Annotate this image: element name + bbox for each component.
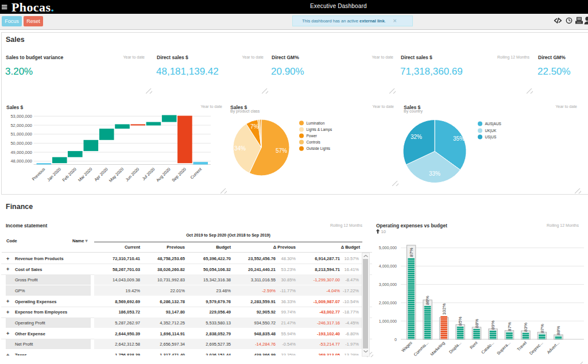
svg-text:Catalo...: Catalo... [480, 340, 495, 355]
svg-text:4,000,000: 4,000,000 [379, 264, 397, 268]
svg-text:Deprec...: Deprec... [528, 340, 544, 356]
svg-text:5,000,000: 5,000,000 [379, 246, 397, 250]
svg-text:Jul 2020: Jul 2020 [141, 166, 156, 181]
svg-text:Power: Power [307, 134, 318, 138]
svg-text:Travel: Travel [516, 340, 528, 352]
svg-text:Supera...: Supera... [496, 340, 511, 356]
svg-text:Sep 2020: Sep 2020 [171, 166, 187, 183]
svg-text:87%: 87% [409, 247, 414, 257]
svg-text:Apr 2020: Apr 2020 [93, 166, 109, 182]
svg-text:53,000,000: 53,000,000 [10, 114, 32, 119]
svg-text:Commis...: Commis... [413, 340, 430, 358]
svg-text:AUS|AUS: AUS|AUS [485, 122, 502, 126]
svg-text:34%: 34% [234, 145, 246, 152]
svg-text:3,000,000: 3,000,000 [379, 282, 397, 286]
svg-text:UK|UK: UK|UK [485, 129, 497, 133]
svg-text:Marketing: Marketing [430, 340, 446, 357]
svg-text:Outside Lights: Outside Lights [307, 146, 331, 151]
svg-text:35%: 35% [453, 135, 465, 142]
svg-text:Displa...: Displa... [448, 340, 462, 355]
svg-text:33%: 33% [429, 171, 440, 177]
svg-text:1,000,000: 1,000,000 [379, 319, 397, 323]
svg-text:89%: 89% [490, 320, 496, 330]
svg-text:US|US: US|US [485, 135, 497, 140]
svg-text:52,000,000: 52,000,000 [10, 123, 32, 128]
svg-text:86%: 86% [425, 296, 430, 305]
svg-text:57%: 57% [276, 148, 287, 154]
svg-text:50,000,000: 50,000,000 [10, 141, 32, 146]
svg-text:87%: 87% [507, 322, 512, 331]
svg-text:7%: 7% [250, 123, 259, 130]
svg-text:49,000,000: 49,000,000 [10, 150, 32, 155]
svg-text:102%: 102% [442, 303, 447, 315]
svg-text:Lights & Lamps: Lights & Lamps [307, 127, 333, 132]
svg-text:88%: 88% [556, 326, 561, 335]
svg-text:Advert...: Advert... [546, 340, 560, 355]
svg-text:87%: 87% [540, 324, 545, 333]
svg-text:51,000,000: 51,000,000 [10, 131, 32, 137]
svg-text:85%: 85% [458, 316, 463, 326]
svg-text:Aug 2020: Aug 2020 [155, 166, 171, 183]
svg-text:Rent: Rent [469, 340, 478, 350]
svg-text:Lumination: Lumination [307, 121, 325, 125]
svg-text:88%: 88% [474, 319, 479, 328]
svg-text:May 2020: May 2020 [108, 166, 125, 183]
svg-text:Jun 2020: Jun 2020 [125, 166, 141, 183]
svg-text:48,000,000: 48,000,000 [10, 158, 32, 164]
svg-text:2,000,000: 2,000,000 [379, 301, 397, 305]
svg-text:Previous: Previous [31, 166, 47, 182]
svg-text:Feb 2020: Feb 2020 [61, 166, 78, 183]
svg-text:Mar 2020: Mar 2020 [77, 166, 93, 183]
svg-text:Controls: Controls [307, 140, 321, 144]
svg-text:Jan 2020: Jan 2020 [46, 166, 62, 183]
svg-text:Current: Current [189, 166, 203, 180]
svg-text:0: 0 [394, 338, 397, 342]
svg-text:Wages: Wages [400, 340, 413, 353]
svg-text:32%: 32% [411, 134, 422, 140]
svg-text:83%: 83% [523, 323, 528, 332]
